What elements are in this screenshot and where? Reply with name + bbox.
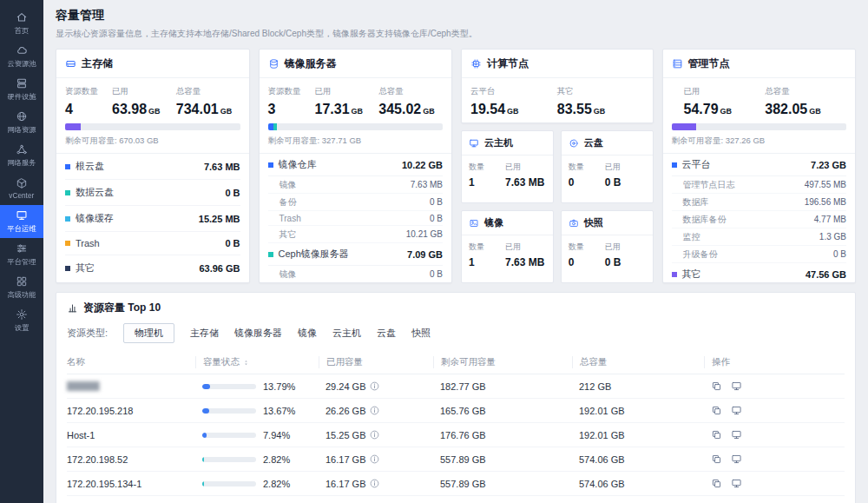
stat-label: 云平台 xyxy=(470,86,557,97)
info-icon[interactable] xyxy=(370,406,379,415)
table-row[interactable]: Host-1 7.94% 15.25 GB 176.76 GB 192.01 G… xyxy=(67,423,845,447)
sidebar-item-home[interactable]: 首页 xyxy=(0,7,43,40)
stat-label: 总容量 xyxy=(176,86,240,97)
sub-item: 监控1.3 GB xyxy=(672,228,847,246)
sub-item: 镜像0 B xyxy=(268,266,444,283)
sidebar-item-label: 首页 xyxy=(15,25,30,36)
sub-item: 管理节点日志497.55 MB xyxy=(672,176,847,194)
monitor-icon[interactable] xyxy=(731,405,742,416)
sidebar-item-platform-ops[interactable]: 平台运维 xyxy=(0,205,43,238)
col-total: 总容量 xyxy=(572,356,704,368)
legend-dot xyxy=(65,266,70,271)
legend-dot xyxy=(65,164,70,169)
legend-dot xyxy=(65,216,70,222)
compute-column: 计算节点 云平台19.54GB 其它83.55GB 云主机 数量1 已用7.63… xyxy=(461,49,654,283)
legend-dot xyxy=(672,272,677,277)
sidebar-item-label: 网络资源 xyxy=(7,124,36,135)
sub-item: 数据库196.56 MB xyxy=(672,194,847,211)
monitor-icon[interactable] xyxy=(731,381,742,392)
tab-primary-storage[interactable]: 主存储 xyxy=(190,327,219,340)
total-value: 574.06 GB xyxy=(572,454,704,465)
info-icon[interactable] xyxy=(370,479,379,488)
list-item: 其它63.96 GB xyxy=(65,255,240,281)
table-row[interactable]: 172.20.195.218 13.67% 26.26 GB 165.76 GB… xyxy=(67,399,845,423)
vm-monitor-icon xyxy=(469,138,479,149)
info-icon[interactable] xyxy=(370,381,379,391)
list-item: 镜像缓存15.25 MB xyxy=(65,206,240,232)
used-value: 16.17 GB xyxy=(326,454,365,465)
tab-image[interactable]: 镜像 xyxy=(298,327,317,340)
sidebar-item-settings[interactable]: 设置 xyxy=(0,304,43,337)
remain-value: 557.89 GB xyxy=(433,479,572,489)
remaining-capacity: 剩余可用容量: 327.71 GB xyxy=(260,130,452,154)
sidebar-item-network-services[interactable]: 网络服务 xyxy=(0,139,43,172)
table-header: 名称 容量状态 已用容量 剩余可用容量 总容量 操作 xyxy=(67,351,845,374)
copy-icon[interactable] xyxy=(711,405,722,416)
sidebar-item-vcenter[interactable]: vCenter xyxy=(0,172,43,205)
legend-dot xyxy=(65,190,70,195)
image-server-card: 镜像服务器 资源数量3 已用17.31GB 总容量345.02GB 剩余可用容量… xyxy=(259,49,453,283)
vm-card: 云主机 数量1 已用7.63 MB xyxy=(461,130,554,203)
tab-volume[interactable]: 云盘 xyxy=(377,327,396,340)
sub-item: 其它10.21 GB xyxy=(268,226,444,243)
list-item: 根云盘7.63 MB xyxy=(65,154,240,180)
volume-card: 云盘 数量0 已用0 B xyxy=(561,130,654,203)
tab-physical-host[interactable]: 物理机 xyxy=(123,323,174,343)
monitor-icon[interactable] xyxy=(731,478,742,489)
card-header: 云主机 xyxy=(462,131,553,156)
stat-label: 资源数量 xyxy=(65,86,112,97)
legend-dot xyxy=(672,162,677,168)
used-value: 29.24 GB xyxy=(326,381,365,392)
usage-percent: 2.82% xyxy=(263,479,290,489)
table-row[interactable]: 172.20.198.52 2.82% 16.17 GB 557.89 GB 5… xyxy=(67,447,845,472)
copy-icon[interactable] xyxy=(711,453,722,465)
usage-percent: 13.79% xyxy=(263,381,295,392)
compute-node-card: 计算节点 云平台19.54GB 其它83.55GB xyxy=(461,49,654,123)
total-value: 192.01 GB xyxy=(572,406,704,416)
total-value: 212 GB xyxy=(572,381,704,392)
grid-icon xyxy=(16,275,28,288)
sidebar-item-network-resources[interactable]: 网络资源 xyxy=(0,106,43,139)
table-row[interactable]: ██████ 13.79% 29.24 GB 182.77 GB 212 GB xyxy=(67,374,845,399)
monitor-icon[interactable] xyxy=(731,429,742,440)
legend-dot xyxy=(268,162,273,168)
mini-cards: 云主机 数量1 已用7.63 MB 云盘 数量0 已用0 B xyxy=(461,130,654,283)
copy-icon[interactable] xyxy=(711,478,722,489)
usage-bar xyxy=(202,384,256,389)
summary-cards: 主存储 资源数量4 已用63.98GB 总容量734.01GB 剩余可用容量: … xyxy=(56,49,856,283)
cube-icon xyxy=(16,177,28,189)
list-item: 数据云盘0 B xyxy=(65,180,240,206)
group-item: 其它47.56 GB xyxy=(672,263,847,283)
copy-icon[interactable] xyxy=(711,429,722,440)
stat-value: 734.01GB xyxy=(176,102,240,117)
row-name: 172.20.198.52 xyxy=(67,454,195,465)
total-value: 192.01 GB xyxy=(572,430,704,440)
tab-image-server[interactable]: 镜像服务器 xyxy=(234,327,282,340)
info-icon[interactable] xyxy=(370,430,379,440)
stat-value: 83.55GB xyxy=(557,102,644,117)
sidebar-item-platform-mgmt[interactable]: 平台管理 xyxy=(0,238,43,271)
used-value: 15.25 GB xyxy=(326,430,365,440)
monitor-icon[interactable] xyxy=(731,453,742,465)
sidebar-item-label: 硬件设施 xyxy=(7,91,36,102)
no-more-footer: —— 没有更多了 —— xyxy=(56,496,855,503)
capacity-bar xyxy=(65,123,240,130)
card-title: 主存储 xyxy=(82,56,113,71)
sidebar-item-cloud-pool[interactable]: 云资源池 xyxy=(0,40,43,73)
sidebar-item-advanced[interactable]: 高级功能 xyxy=(0,271,43,304)
sidebar-item-label: 平台管理 xyxy=(7,256,36,267)
sidebar-item-label: 高级功能 xyxy=(7,289,36,300)
group-item: Ceph镜像服务器7.09 GB xyxy=(268,243,444,266)
tab-snapshot[interactable]: 快照 xyxy=(411,327,431,340)
card-title: 云盘 xyxy=(584,136,603,149)
mini-stats: 数量1 已用7.63 MB xyxy=(462,156,553,189)
tab-vm[interactable]: 云主机 xyxy=(332,327,361,340)
sort-icon[interactable] xyxy=(242,359,250,367)
copy-icon[interactable] xyxy=(711,381,722,392)
table-row[interactable]: 172.20.195.134-1 2.82% 16.17 GB 557.89 G… xyxy=(67,472,845,496)
sidebar-item-hardware[interactable]: 硬件设施 xyxy=(0,73,43,106)
info-icon[interactable] xyxy=(370,454,379,464)
col-status[interactable]: 容量状态 xyxy=(195,356,319,368)
card-header: 主存储 xyxy=(56,50,249,78)
capacity-bar xyxy=(672,123,847,130)
